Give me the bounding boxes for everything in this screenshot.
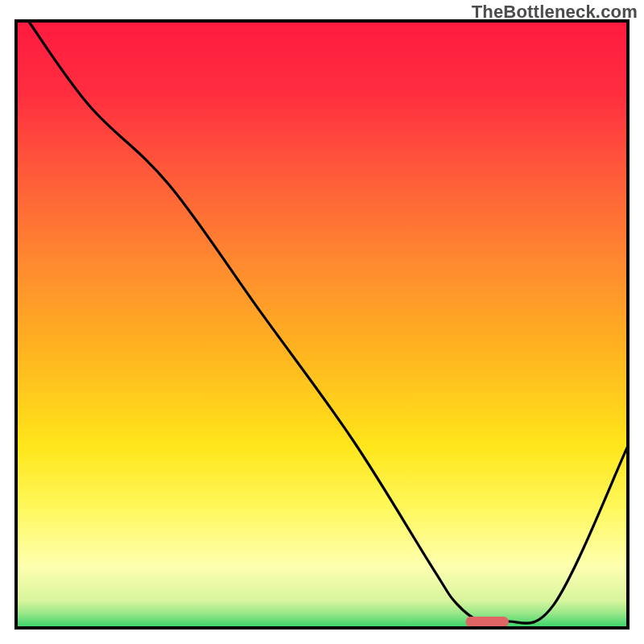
bottleneck-chart	[0, 0, 644, 644]
optimal-marker	[466, 617, 509, 627]
plot-background	[16, 21, 628, 628]
watermark-text: TheBottleneck.com	[472, 2, 638, 23]
chart-frame: TheBottleneck.com	[0, 0, 644, 644]
